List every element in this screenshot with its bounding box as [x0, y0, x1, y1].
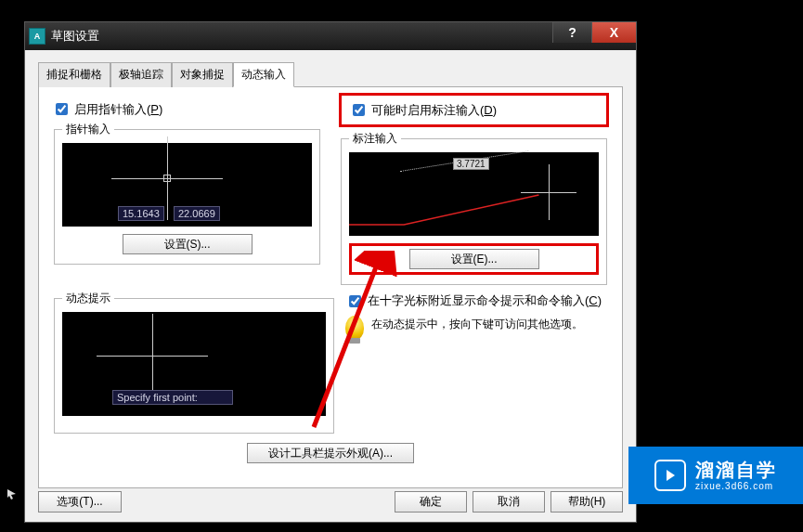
cancel-button[interactable]: 取消	[473, 491, 545, 513]
show-near-cursor-label: 在十字光标附近显示命令提示和命令输入(C)	[368, 292, 602, 309]
help-icon[interactable]: ?	[552, 22, 591, 43]
dynamic-prompt-options: 在十字光标附近显示命令提示和命令输入(C) 在动态提示中，按向下键可访问其他选项…	[345, 287, 609, 434]
dimension-input-preview: 3.7721	[349, 152, 599, 236]
cursor-icon	[6, 487, 19, 500]
dimension-input-group: 标注输入 3.7721 设置(E)...	[341, 131, 607, 285]
dimension-input-column: 可能时启用标注输入(D) 标注输入 3.7721	[339, 100, 609, 285]
options-button[interactable]: 选项(T)...	[38, 491, 122, 513]
show-near-cursor-box[interactable]	[349, 295, 361, 307]
dynamic-prompt-readout: Specify first point:	[112, 390, 233, 405]
dynamic-prompt-info-text: 在动态提示中，按向下键可访问其他选项。	[371, 316, 583, 332]
ok-button[interactable]: 确定	[395, 491, 467, 513]
watermark-url: zixue.3d66.com	[695, 481, 777, 492]
pointer-input-group: 指针输入 15.1643 22.0669 设置(S)...	[54, 122, 320, 265]
tab-strip: 捕捉和栅格 极轴追踪 对象捕捉 动态输入	[38, 61, 623, 87]
pointer-settings-button[interactable]: 设置(S)...	[123, 234, 253, 254]
dialog-button-row: 选项(T)... 确定 取消 帮助(H)	[38, 491, 623, 513]
tab-snap-grid[interactable]: 捕捉和栅格	[38, 62, 110, 87]
dynamic-prompt-preview: Specify first point:	[62, 312, 326, 416]
dimension-highlight: 可能时启用标注输入(D)	[339, 93, 609, 127]
pointer-input-preview: 15.1643 22.0669	[62, 143, 312, 227]
enable-dimension-input-checkbox[interactable]: 可能时启用标注输入(D)	[349, 101, 599, 119]
dialog-body: 捕捉和栅格 极轴追踪 对象捕捉 动态输入 启用指针输入(P) 指针输入	[25, 50, 636, 522]
dynamic-input-panel: 启用指针输入(P) 指针输入 15.1643 22.0669 设置(S)...	[38, 87, 623, 488]
pickbox-icon	[163, 175, 171, 182]
dialog-titlebar[interactable]: A 草图设置 ? X	[25, 22, 636, 50]
pointer-input-group-title: 指针输入	[62, 122, 114, 137]
dynamic-prompt-group-title: 动态提示	[62, 291, 114, 306]
dynamic-prompt-info: 在动态提示中，按向下键可访问其他选项。	[345, 316, 609, 340]
tab-dynamic-input[interactable]: 动态输入	[233, 62, 294, 87]
watermark-banner: 溜溜自学 zixue.3d66.com	[628, 447, 803, 504]
sketch-settings-dialog: A 草图设置 ? X 捕捉和栅格 极轴追踪 对象捕捉 动态输入 启用指针输入(P…	[24, 21, 637, 523]
pointer-input-column: 启用指针输入(P) 指针输入 15.1643 22.0669 设置(S)...	[52, 100, 322, 285]
tab-object-snap[interactable]: 对象捕捉	[172, 62, 233, 87]
dimension-input-group-title: 标注输入	[349, 131, 401, 147]
tab-polar-tracking[interactable]: 极轴追踪	[110, 62, 172, 87]
pointer-readout-x: 15.1643	[118, 206, 164, 221]
lightbulb-icon	[345, 316, 364, 340]
play-icon	[654, 460, 686, 491]
pointer-readout-y: 22.0669	[174, 206, 220, 221]
enable-pointer-input-checkbox[interactable]: 启用指针输入(P)	[52, 100, 322, 118]
help-button[interactable]: 帮助(H)	[550, 491, 623, 513]
app-icon: A	[29, 28, 45, 45]
close-icon[interactable]: X	[591, 22, 636, 43]
enable-dimension-input-label: 可能时启用标注输入(D)	[371, 102, 497, 119]
dimension-readout: 3.7721	[453, 158, 489, 170]
watermark-title: 溜溜自学	[695, 459, 777, 481]
enable-dimension-input-box[interactable]	[353, 104, 365, 116]
enable-pointer-input-box[interactable]	[56, 103, 68, 115]
tooltip-appearance-button[interactable]: 设计工具栏提示外观(A)...	[247, 443, 414, 463]
show-near-cursor-checkbox[interactable]: 在十字光标附近显示命令提示和命令输入(C)	[345, 292, 609, 310]
dimension-settings-button[interactable]: 设置(E)...	[409, 249, 539, 269]
dialog-title: 草图设置	[51, 28, 99, 45]
dynamic-prompt-group: 动态提示 Specify first point:	[54, 291, 334, 434]
enable-pointer-input-label: 启用指针输入(P)	[74, 101, 162, 118]
